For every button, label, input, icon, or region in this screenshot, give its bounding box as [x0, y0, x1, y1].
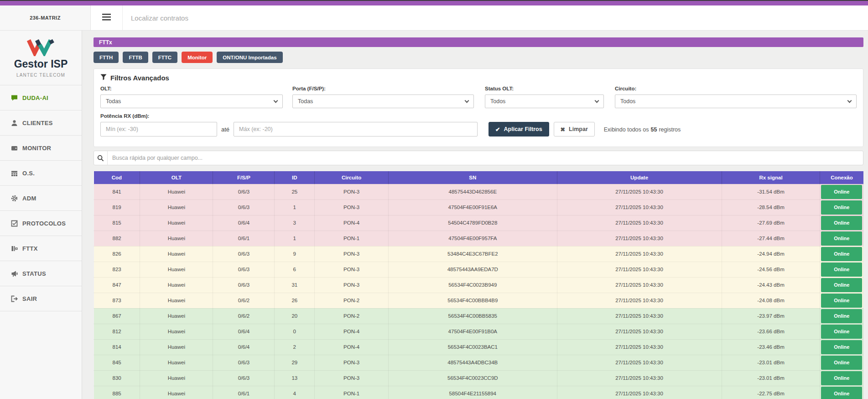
sidebar-item-protocolos[interactable]: PROTOCOLOS [0, 211, 82, 236]
status-olt-select[interactable]: Todos [485, 94, 604, 108]
logo: Gestor ISP LANTEC TELECOM [0, 31, 82, 78]
cell-cod: 847 [94, 277, 140, 293]
cell-sn: 47504F4E00F91E6A [389, 200, 557, 215]
logo-title: Gestor ISP [0, 58, 82, 70]
cell-rx: -23.97 dBm [722, 308, 820, 324]
cell-circuito: PON-3 [315, 277, 389, 293]
cell-id: 29 [275, 355, 315, 370]
cell-id: 4 [275, 386, 315, 399]
cell-conexao: Online [820, 231, 863, 246]
chevron-down-icon [465, 98, 469, 103]
cell-cod: 873 [94, 293, 140, 308]
cell-rx: -24.56 dBm [722, 262, 820, 277]
cell-cod: 841 [94, 184, 140, 200]
check-icon: ✔ [495, 126, 500, 133]
cell-rx: -27.69 dBm [722, 215, 820, 231]
cell-sn: 56534F4C00BB5835 [389, 308, 557, 324]
porta-select[interactable]: Todas [292, 94, 474, 108]
clear-filters-button[interactable]: ✖ Limpar [554, 122, 595, 136]
table-row: 823Huawei0/6/36PON-348575443AA9EDA7D27/1… [94, 262, 863, 277]
cell-conexao: Online [820, 277, 863, 293]
cell-conexao: Online [820, 355, 863, 370]
sidebar-item-os[interactable]: O.S. [0, 161, 82, 186]
sidebar-item-sair[interactable]: SAIR [0, 286, 82, 311]
cell-rx: -31.54 dBm [722, 184, 820, 200]
monitor-icon [10, 145, 18, 152]
chevron-down-icon [595, 98, 599, 103]
table-row: 873Huawei0/6/226PON-256534F4C00BBB4B927/… [94, 293, 863, 308]
cell-fsp: 0/6/1 [213, 231, 275, 246]
search-icon [94, 151, 108, 165]
cell-conexao: Online [820, 262, 863, 277]
cell-id: 31 [275, 277, 315, 293]
cell-fsp: 0/6/4 [213, 324, 275, 339]
cell-update: 27/11/2025 10:43:30 [557, 324, 722, 339]
sidebar-item-monitor[interactable]: MONITOR [0, 136, 82, 161]
chat-icon [10, 94, 18, 101]
filter-group-porta: Porta (F/S/P): Todas [292, 86, 474, 108]
cell-sn: 48575443D462856E [389, 184, 557, 200]
cell-conexao: Online [820, 215, 863, 231]
cell-rx: -23.01 dBm [722, 370, 820, 386]
cell-update: 27/11/2025 10:43:30 [557, 308, 722, 324]
filter-label: Potência RX (dBm): [100, 113, 217, 119]
contracts-search-input[interactable] [123, 5, 868, 30]
cell-rx: -23.46 dBm [722, 339, 820, 355]
cell-cod: 830 [94, 370, 140, 386]
cell-update: 27/11/2025 10:43:30 [557, 339, 722, 355]
cell-cod: 845 [94, 355, 140, 370]
table-row: 812Huawei0/6/40PON-447504F4E00F91B0A27/1… [94, 324, 863, 339]
table-row: 826Huawei0/6/39PON-353484C4E3C67BFE227/1… [94, 246, 863, 262]
sidebar-item-fttx[interactable]: FTTX [0, 236, 82, 261]
cell-update: 27/11/2025 10:43:30 [557, 370, 722, 386]
sidebar-item-adm[interactable]: ADM [0, 186, 82, 211]
cell-olt: Huawei [140, 339, 213, 355]
table-row: 815Huawei0/6/43PON-454504C4789FD0B2827/1… [94, 215, 863, 231]
filters-title: Filtros Avançados [100, 74, 857, 82]
cell-olt: Huawei [140, 200, 213, 215]
tab-ftth[interactable]: FTTH [94, 52, 119, 63]
cell-fsp: 0/6/3 [213, 355, 275, 370]
sidebar-item-duda-ai[interactable]: DUDA-AI [0, 85, 82, 110]
tab-ont-onu-importadas[interactable]: ONT/ONU Importadas [217, 52, 282, 63]
sidebar-item-clientes[interactable]: CLIENTES [0, 110, 82, 136]
tab-fttb[interactable]: FTTB [123, 52, 148, 63]
tab-monitor[interactable]: Monitor [182, 52, 213, 63]
status-badge: Online [821, 278, 862, 292]
rx-max-input[interactable] [234, 122, 478, 136]
cell-circuito: PON-3 [315, 200, 389, 215]
cell-sn: 56534F4C00BBB4B9 [389, 293, 557, 308]
table-row: 882Huawei0/6/11PON-147504F4E00F957FA27/1… [94, 231, 863, 246]
olt-select[interactable]: Todas [100, 94, 283, 108]
cell-circuito: PON-3 [315, 262, 389, 277]
topbar: 236-MATRIZ [0, 5, 868, 31]
filter-group-potencia: Potência RX (dBm): [100, 113, 217, 136]
tab-fttc[interactable]: FTTC [152, 52, 177, 63]
status-badge: Online [821, 185, 862, 199]
chevron-down-icon [274, 98, 278, 103]
cell-id: 13 [275, 370, 315, 386]
logo-w-icon [23, 50, 59, 58]
status-badge: Online [821, 340, 862, 354]
column-header: ID [275, 171, 315, 184]
cell-olt: Huawei [140, 355, 213, 370]
cell-olt: Huawei [140, 262, 213, 277]
sidebar-item-label: ADM [22, 195, 36, 202]
sidebar-item-status[interactable]: STATUS [0, 261, 82, 286]
table-row: 885Huawei0/6/14PON-158504F4E2115589427/1… [94, 386, 863, 399]
cell-update: 27/11/2025 10:43:30 [557, 246, 722, 262]
cell-circuito: PON-1 [315, 386, 389, 399]
cell-rx: -27.44 dBm [722, 231, 820, 246]
cell-cod: 823 [94, 262, 140, 277]
cell-sn: 54504C4789FD0B28 [389, 215, 557, 231]
cell-olt: Huawei [140, 184, 213, 200]
cell-fsp: 0/6/4 [213, 215, 275, 231]
rx-min-input[interactable] [100, 122, 217, 136]
circuito-select[interactable]: Todos [615, 94, 857, 108]
apply-filters-button[interactable]: ✔ Aplicar Filtros [489, 122, 549, 136]
table-row: 867Huawei0/6/220PON-256534F4C00BB583527/… [94, 308, 863, 324]
menu-toggle-button[interactable] [91, 5, 123, 30]
hamburger-icon [102, 14, 111, 22]
cell-olt: Huawei [140, 215, 213, 231]
quick-search-input[interactable] [108, 154, 863, 162]
